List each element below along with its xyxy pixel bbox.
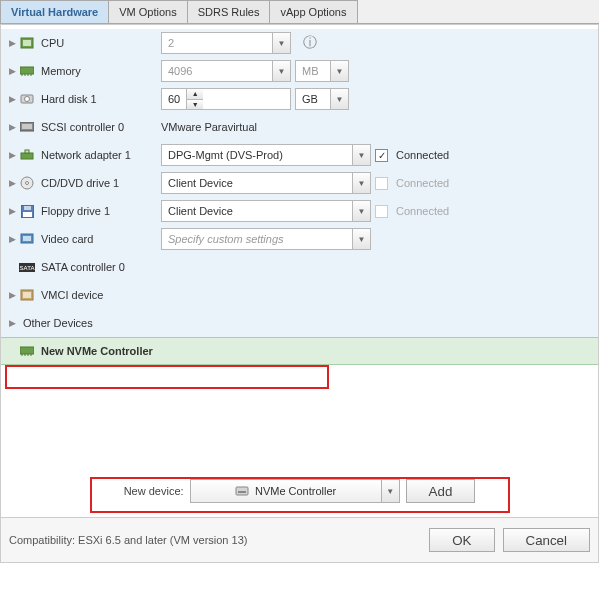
vmci-icon: [19, 288, 35, 302]
tab-virtual-hardware[interactable]: Virtual Hardware: [0, 0, 109, 23]
sata-label: SATA controller 0: [41, 261, 125, 273]
row-sata-0: SATA SATA controller 0: [1, 253, 598, 281]
video-icon: [19, 232, 35, 246]
cddvd-label: CD/DVD drive 1: [41, 177, 119, 189]
hard-disk-label: Hard disk 1: [41, 93, 97, 105]
svg-rect-16: [24, 206, 31, 210]
spinner-up-icon[interactable]: ▲: [187, 89, 203, 100]
dropdown-icon[interactable]: ▼: [352, 145, 370, 165]
info-icon[interactable]: ⓘ: [303, 34, 317, 52]
row-new-nvme[interactable]: New NVMe Controller: [1, 337, 598, 365]
nvme-icon: [19, 344, 35, 358]
floppy-connected-checkbox: [375, 205, 388, 218]
memory-unit[interactable]: MB ▼: [295, 60, 349, 82]
dropdown-icon[interactable]: ▼: [352, 201, 370, 221]
cpu-icon: [19, 36, 35, 50]
network-icon: [19, 148, 35, 162]
floppy-select[interactable]: Client Device ▼: [161, 200, 371, 222]
memory-value[interactable]: 4096 ▼: [161, 60, 291, 82]
dropdown-icon[interactable]: ▼: [330, 61, 348, 81]
video-label: Video card: [41, 233, 93, 245]
floppy-label: Floppy drive 1: [41, 205, 110, 217]
dropdown-icon[interactable]: ▼: [272, 33, 290, 53]
expand-icon[interactable]: ▶: [7, 94, 17, 104]
spinner-down-icon[interactable]: ▼: [187, 100, 203, 110]
svg-rect-11: [21, 153, 33, 159]
footer-bar: Compatibility: ESXi 6.5 and later (VM ve…: [0, 518, 599, 563]
network-label: Network adapter 1: [41, 149, 131, 161]
svg-rect-23: [23, 292, 31, 298]
hard-disk-unit[interactable]: GB ▼: [295, 88, 349, 110]
row-video: ▶ Video card Specify custom settings ▼: [1, 225, 598, 253]
row-other-devices[interactable]: ▶ Other Devices: [1, 309, 598, 337]
drive-icon: [235, 486, 249, 496]
row-network-1: ▶ Network adapter 1 DPG-Mgmt (DVS-Prod) …: [1, 141, 598, 169]
svg-rect-12: [25, 150, 29, 153]
tab-vapp-options[interactable]: vApp Options: [269, 0, 357, 23]
new-device-label: New device:: [124, 485, 184, 497]
svg-rect-19: [23, 236, 31, 241]
tab-sdrs-rules[interactable]: SDRS Rules: [187, 0, 271, 23]
dropdown-icon[interactable]: ▼: [272, 61, 290, 81]
vmci-label: VMCI device: [41, 289, 103, 301]
dropdown-icon[interactable]: ▼: [352, 173, 370, 193]
floppy-connected-label: Connected: [396, 205, 449, 217]
cddvd-connected-label: Connected: [396, 177, 449, 189]
floppy-icon: [19, 204, 35, 218]
network-connected-checkbox[interactable]: [375, 149, 388, 162]
new-device-bar: New device: NVMe Controller ▼ Add: [1, 473, 598, 509]
row-cddvd-1: ▶ CD/DVD drive 1 Client Device ▼ Connect…: [1, 169, 598, 197]
row-scsi-0: ▶ SCSI controller 0 VMware Paravirtual: [1, 113, 598, 141]
svg-rect-2: [20, 67, 34, 74]
cpu-label: CPU: [41, 37, 64, 49]
cddvd-select[interactable]: Client Device ▼: [161, 172, 371, 194]
cancel-button[interactable]: Cancel: [503, 528, 591, 552]
svg-rect-10: [22, 124, 32, 129]
expand-icon[interactable]: ▶: [7, 150, 17, 160]
expand-icon[interactable]: ▶: [7, 66, 17, 76]
svg-rect-1: [23, 40, 31, 46]
video-select[interactable]: Specify custom settings ▼: [161, 228, 371, 250]
svg-point-14: [26, 182, 29, 185]
tab-vm-options[interactable]: VM Options: [108, 0, 187, 23]
tabs-bar: Virtual Hardware VM Options SDRS Rules v…: [0, 0, 599, 24]
new-nvme-label: New NVMe Controller: [41, 345, 153, 357]
expand-icon[interactable]: ▶: [7, 122, 17, 132]
add-button[interactable]: Add: [406, 479, 476, 503]
scsi-label: SCSI controller 0: [41, 121, 124, 133]
svg-point-8: [25, 97, 30, 102]
network-connected-label: Connected: [396, 149, 449, 161]
row-floppy-1: ▶ Floppy drive 1 Client Device ▼ Connect…: [1, 197, 598, 225]
row-memory: ▶ Memory 4096 ▼ MB ▼: [1, 57, 598, 85]
dropdown-icon[interactable]: ▼: [330, 89, 348, 109]
sata-icon: SATA: [19, 260, 35, 274]
network-select[interactable]: DPG-Mgmt (DVS-Prod) ▼: [161, 144, 371, 166]
compat-text: Compatibility: ESXi 6.5 and later (VM ve…: [9, 534, 421, 546]
scsi-value: VMware Paravirtual: [161, 121, 257, 133]
hard-disk-icon: [19, 92, 35, 106]
svg-rect-30: [238, 491, 246, 493]
svg-rect-17: [23, 212, 32, 217]
row-cpu: ▶ CPU 2 ▼ ⓘ: [1, 29, 598, 57]
dropdown-icon[interactable]: ▼: [381, 480, 399, 502]
memory-label: Memory: [41, 65, 81, 77]
row-vmci: ▶ VMCI device: [1, 281, 598, 309]
expand-icon[interactable]: ▶: [7, 38, 17, 48]
expand-icon[interactable]: ▶: [7, 318, 17, 328]
row-hard-disk-1: ▶ Hard disk 1 60 ▲▼ GB ▼: [1, 85, 598, 113]
dropdown-icon[interactable]: ▼: [352, 229, 370, 249]
content-panel: ▶ CPU 2 ▼ ⓘ ▶ Memory 4096 ▼ MB ▼: [0, 24, 599, 518]
annotation-box: [5, 365, 329, 389]
ok-button[interactable]: OK: [429, 528, 494, 552]
hard-disk-size[interactable]: 60 ▲▼: [161, 88, 291, 110]
expand-icon[interactable]: ▶: [7, 290, 17, 300]
other-devices-label: Other Devices: [23, 317, 93, 329]
memory-icon: [19, 64, 35, 78]
cpu-select[interactable]: 2 ▼: [161, 32, 291, 54]
cd-icon: [19, 176, 35, 190]
expand-icon[interactable]: ▶: [7, 178, 17, 188]
expand-icon[interactable]: ▶: [7, 234, 17, 244]
svg-text:SATA: SATA: [20, 265, 35, 271]
expand-icon[interactable]: ▶: [7, 206, 17, 216]
new-device-select[interactable]: NVMe Controller ▼: [190, 479, 400, 503]
